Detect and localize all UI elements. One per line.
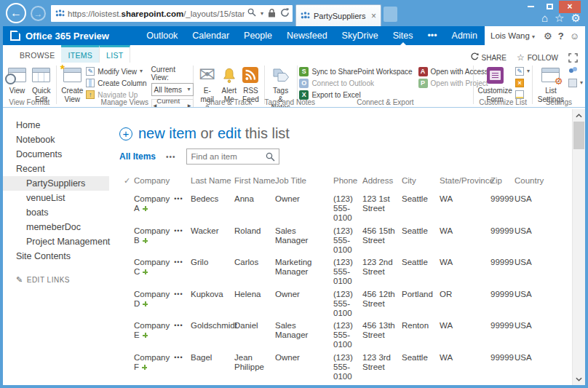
table-row[interactable]: Company••• B Wacker Roland Sales Manager… [119,224,572,256]
sidebar-item-project-management[interactable]: Project Management [3,234,119,249]
url-text[interactable]: https://loistest.sharepoint.com/_layouts… [68,9,245,18]
sidebar-item-documents[interactable]: Documents [3,147,119,162]
company-cell[interactable]: Company••• A [134,194,191,213]
scroll-down-button[interactable] [573,373,585,385]
feedback-smiley-icon[interactable]: ☺ [570,31,579,41]
column-header-job-title[interactable]: Job Title [275,176,333,185]
sidebar-item-memeberdoc[interactable]: memeberDoc [3,220,119,234]
home-icon[interactable]: ⌂ [541,12,548,23]
follow-button[interactable]: ☆ FOLLOW [517,52,558,63]
column-header-company[interactable]: Company [134,176,191,185]
current-view-dropdown[interactable]: All Items▾ [151,83,194,96]
edit-list-button[interactable]: ✎▾ [515,66,530,77]
tab-list[interactable]: LIST [99,45,130,63]
sidebar-item-site-contents[interactable]: Site Contents [3,249,119,264]
tab-items[interactable]: ITEMS [61,45,99,63]
help-icon[interactable]: ? [558,31,564,41]
suitebar-link-newsfeed[interactable]: Newsfeed [279,26,335,45]
favorites-star-icon[interactable]: ☆ [555,12,564,23]
phone-cell: (123) 555-0100 [333,321,362,349]
new-tab-button[interactable] [384,7,397,22]
table-row[interactable]: Company••• A Bedecs Anna Owner (123) 555… [119,192,572,224]
search-magnifier-icon[interactable] [266,152,275,164]
create-column-button[interactable]: Create Column [86,77,146,89]
tab-browse[interactable]: BROWSE [13,47,61,63]
new-item-plus-icon[interactable]: + [119,127,132,140]
table-row[interactable]: Company••• D Kupkova Helena Owner (123) … [119,288,572,320]
search-icon[interactable] [247,8,256,19]
sidebar-item-boats[interactable]: boats [3,205,119,220]
column-header-address[interactable]: Address [362,176,402,185]
table-row[interactable]: Company••• F Bagel Jean Philippe Owner (… [119,351,572,383]
refresh-icon[interactable] [280,8,290,20]
sidebar-item-partysuppliers[interactable]: PartySuppliers [3,176,109,191]
remove-customization-button[interactable]: × [515,77,530,89]
user-menu[interactable]: Lois Wang ▾ [490,31,535,40]
sidebar-item-notebook[interactable]: Notebook [3,132,119,147]
row-menu-ellipsis[interactable]: ••• [174,354,183,361]
company-cell[interactable]: Company••• E [134,321,191,340]
new-item-link[interactable]: new item [138,125,196,141]
column-header-country[interactable]: Country [514,176,551,185]
vertical-scrollbar[interactable] [572,109,585,385]
modify-view-button[interactable]: ✎Modify View▾ [86,66,146,77]
table-row[interactable]: Company••• C Grilo Carlos Marketing Mana… [119,256,572,288]
settings-gear-icon[interactable]: ⚙ [544,31,552,41]
tab-close-icon[interactable]: × [371,12,376,20]
address-dropdown-icon[interactable]: ▾ [261,11,263,17]
row-menu-ellipsis[interactable]: ••• [174,322,183,329]
browser-settings-gear-icon[interactable]: ⚙ [571,12,581,23]
row-menu-ellipsis[interactable]: ••• [174,290,183,298]
window-maximize-button[interactable] [540,1,559,13]
view-more-ellipsis[interactable]: ••• [166,153,176,161]
edit-links-button[interactable]: ✎ EDIT LINKS [3,275,119,285]
suitebar-link-outlook[interactable]: Outlook [139,26,185,45]
company-cell[interactable]: Company••• D [134,290,191,309]
row-menu-ellipsis[interactable]: ••• [174,195,183,202]
all-items-view-link[interactable]: All Items [119,151,156,162]
table-row[interactable]: Company••• E Goldschmidt Daniel Sales Ma… [119,319,572,351]
shared-with-button[interactable] [568,66,583,77]
share-button[interactable]: SHARE [470,52,506,63]
suitebar-link-calendar[interactable]: Calendar [185,26,237,45]
sidebar-item-home[interactable]: Home [3,118,119,132]
sidebar-item-recent[interactable]: Recent [3,162,119,176]
sidebar-item-venuelist[interactable]: venueList [3,191,119,205]
company-cell[interactable]: Company••• C [134,258,191,277]
scrollbar-thumb[interactable] [573,122,584,149]
company-cell[interactable]: Company••• B [134,226,191,245]
tags-icon [271,67,290,83]
column-header-state[interactable]: State/Province [440,176,490,185]
window-minimize-button[interactable] [521,1,540,13]
scroll-up-button[interactable] [573,109,585,122]
focus-mode-button[interactable] [568,53,578,63]
job-title-cell: Sales Manager [275,226,333,245]
row-menu-ellipsis[interactable]: ••• [174,227,183,234]
column-header-first-name[interactable]: First Name [234,176,275,185]
suitebar-link-admin[interactable]: Admin [445,26,485,45]
browser-tab[interactable]: PartySuppliers - All I... × [295,4,381,26]
new-item-icon [143,269,148,274]
sync-workspace-button[interactable]: SSync to SharePoint Workspace [299,66,412,77]
row-menu-ellipsis[interactable]: ••• [174,258,183,266]
new-item-icon [143,206,148,211]
select-all-icon[interactable]: ✓ [119,176,134,186]
column-header-last-name[interactable]: Last Name [191,176,234,185]
edit-list-link[interactable]: edit [218,125,241,141]
browser-back-button[interactable]: ← [6,3,26,23]
column-header-zip[interactable]: Zip [490,176,514,185]
suitebar-link-sites[interactable]: Sites [386,26,421,45]
suitebar-more-ellipsis[interactable]: ••• [420,26,444,45]
column-header-city[interactable]: City [402,176,440,185]
suitebar-link-people[interactable]: People [237,26,279,45]
browser-forward-button[interactable]: → [31,6,46,21]
window-close-button[interactable]: × [559,1,581,13]
company-cell[interactable]: Company••• F [134,353,191,372]
suitebar-link-skydrive[interactable]: SkyDrive [335,26,386,45]
workflow-settings-button[interactable]: ▾ [568,77,583,89]
address-bar[interactable]: https://loistest.sharepoint.com/_layouts… [51,5,293,22]
column-header-phone[interactable]: Phone [333,176,362,185]
office365-brand[interactable]: Office 365 Preview [3,31,109,41]
view-button[interactable]: View [5,64,29,96]
find-item-searchbox[interactable] [186,149,279,165]
